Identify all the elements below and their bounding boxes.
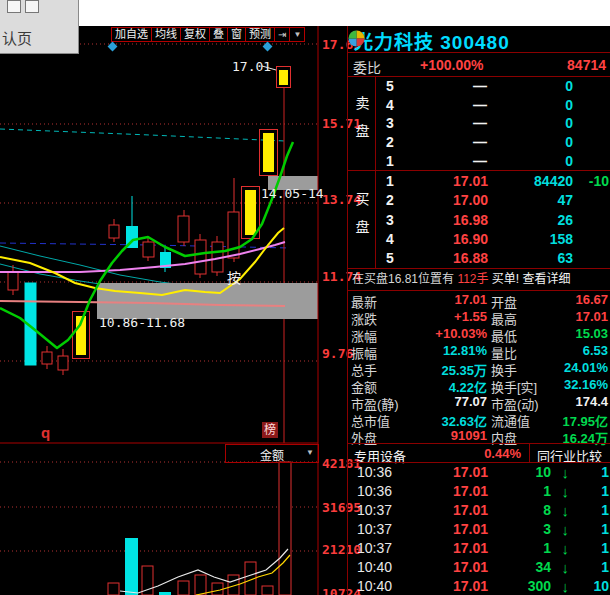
volume-gridlines	[0, 462, 318, 551]
tick-row: 10:3617.01 10↓ 1	[348, 463, 610, 482]
chevron-down-icon[interactable]: ▼	[306, 449, 314, 457]
overlay-button[interactable]: 叠	[209, 27, 228, 42]
order-alert-link[interactable]: 在买盘16.81位置有 112手 买单! 查看详细	[348, 269, 610, 289]
down-arrow-icon: ↓	[562, 539, 570, 556]
buy-book: 1 17.01 84420 -10 2 17.00 47 3 16.98 26 …	[348, 171, 610, 268]
stats-row: 振幅12.81% 量比6.53	[348, 342, 610, 359]
press-watermark: 按	[227, 267, 241, 287]
sell-row: 3 — 0	[348, 114, 610, 133]
buy-row: 1 17.01 84420 -10	[348, 171, 610, 190]
sell-book: 5 — 0 4 — 0 3 — 0 2 — 0 1 — 0	[348, 77, 610, 170]
window-button[interactable]: 窗	[227, 27, 246, 42]
q-label: q	[41, 424, 50, 441]
sell-price: —	[473, 115, 487, 131]
tick-row: 10:3717.01 1↓ 1	[348, 538, 610, 557]
down-arrow-icon: ↓	[562, 521, 570, 538]
weibi-volume: 84714	[567, 57, 606, 73]
sector-change: 0.44%	[484, 446, 521, 461]
sector-row: 专用设备 0.44% 同行业比较	[348, 444, 610, 462]
volume-indicator-selector[interactable]: 金额 ▼	[225, 444, 319, 463]
sell-price: —	[473, 134, 487, 150]
stats-grid: 最新17.01 开盘16.67 涨跌+1.55 最高17.01 涨幅+10.03…	[348, 291, 610, 444]
tick-list: 10:3617.01 10↓ 1 10:3617.01 1↓ 1 10:3717…	[348, 463, 610, 595]
divider	[529, 444, 530, 462]
sell-volume: 0	[565, 97, 573, 113]
sell-level: 4	[386, 97, 394, 113]
buy-volume: 26	[557, 212, 573, 228]
buy-price: 16.98	[453, 212, 488, 228]
tick-row: 10:3717.01 8↓ 1	[348, 501, 610, 520]
weibi-row: 委比 +100.00% 84714	[348, 53, 610, 76]
buy-row: 4 16.90 158	[348, 229, 610, 248]
chart-toolbar: 加自选 均线 复权 叠 窗 预测 ⇥ ▼	[112, 27, 305, 42]
buy-price: 16.88	[453, 250, 488, 266]
buy-level: 1	[386, 173, 394, 189]
stats-row: 市盈(静)77.07 市盈(动)174.4	[348, 393, 610, 410]
stock-title: 光力科技 300480	[354, 27, 510, 54]
zone1-range-label: 10.86-11.68	[99, 315, 185, 330]
tick-row: 10:3717.01 3↓ 1	[348, 520, 610, 539]
stock-name: 光力科技	[354, 32, 434, 53]
down-arrow-icon: ↓	[562, 502, 570, 519]
sell-level: 5	[386, 78, 394, 94]
buy-row: 2 17.00 47	[348, 190, 610, 209]
sell-level: 1	[386, 153, 394, 169]
price-tag-annotation: 17.01	[232, 59, 271, 74]
sell-volume: 0	[565, 78, 573, 94]
buy-level: 5	[386, 250, 394, 266]
down-arrow-icon: ↓	[562, 558, 570, 575]
sell-volume: 0	[565, 134, 573, 150]
stats-row: 总手25.35万 换手24.01%	[348, 359, 610, 376]
kline-chart[interactable]	[0, 0, 347, 595]
down-arrow-icon: ↓	[562, 464, 570, 481]
buy-change: -10	[589, 173, 609, 189]
buy-level: 4	[386, 231, 394, 247]
volume-selector-label: 金额	[260, 446, 284, 463]
stats-row: 金额4.22亿 换手[实]32.16%	[348, 376, 610, 393]
sell-price: —	[473, 153, 487, 169]
alert-suffix: 买单! 查看详细	[489, 272, 571, 286]
buy-volume: 84420	[534, 173, 573, 189]
buy-row: 5 16.88 63	[348, 249, 610, 268]
quote-panel: 光力科技 300480 委比 +100.00% 84714 卖盘 5	[347, 26, 610, 595]
quote-header: 光力科技 300480	[348, 26, 610, 52]
toolbar-dropdown-icon[interactable]: ▼	[289, 27, 305, 42]
buy-volume: 47	[557, 192, 573, 208]
weibi-label: 委比	[353, 57, 381, 77]
rank-badge-button[interactable]: 榜	[262, 422, 278, 438]
window-button[interactable]	[7, 0, 21, 13]
stats-row: 涨跌+1.55 最高17.01	[348, 308, 610, 325]
buy-row: 3 16.98 26	[348, 210, 610, 229]
tick-row: 10:4017.01 34↓ 1	[348, 557, 610, 576]
sell-volume: 0	[565, 153, 573, 169]
down-arrow-icon: ↓	[562, 577, 570, 594]
stock-app-window: 加自选 均线 复权 叠 窗 预测 ⇥ ▼ 17.69 15.71 13.74 1…	[0, 0, 610, 595]
pie-chart-icon[interactable]	[348, 30, 365, 47]
fragment-label: 认页	[2, 27, 32, 48]
tick-row: 10:4017.01 300↓ 10	[348, 576, 610, 595]
buy-level: 3	[386, 212, 394, 228]
buy-volume: 158	[550, 231, 573, 247]
sell-row: 1 — 0	[348, 151, 610, 170]
sell-row: 5 — 0	[348, 77, 610, 96]
add-watchlist-button[interactable]: 加自选	[111, 27, 152, 42]
background-window-fragment: 认页	[0, 0, 79, 54]
alert-prefix: 在买盘16.81位置有	[352, 272, 457, 286]
ma-button[interactable]: 均线	[151, 27, 181, 42]
forecast-button[interactable]: 预测	[245, 27, 275, 42]
window-button[interactable]	[25, 0, 39, 13]
sell-price: —	[473, 78, 487, 94]
tick-row: 10:3617.01 1↓ 1	[348, 482, 610, 501]
crosshair-line	[262, 66, 284, 443]
buy-price: 17.00	[453, 192, 488, 208]
stats-row: 涨幅+10.03% 最低15.03	[348, 325, 610, 342]
sell-row: 4 — 0	[348, 96, 610, 115]
buy-price: 16.90	[453, 231, 488, 247]
skip-forward-icon[interactable]: ⇥	[274, 27, 290, 42]
sell-row: 2 — 0	[348, 133, 610, 152]
stats-row: 最新17.01 开盘16.67	[348, 291, 610, 308]
stats-row: 外盘91091 内盘16.24万	[348, 427, 610, 444]
adjust-price-button[interactable]: 复权	[180, 27, 210, 42]
alert-highlight: 112手	[457, 272, 488, 286]
stats-row: 总市值32.63亿 流通值17.95亿	[348, 410, 610, 427]
